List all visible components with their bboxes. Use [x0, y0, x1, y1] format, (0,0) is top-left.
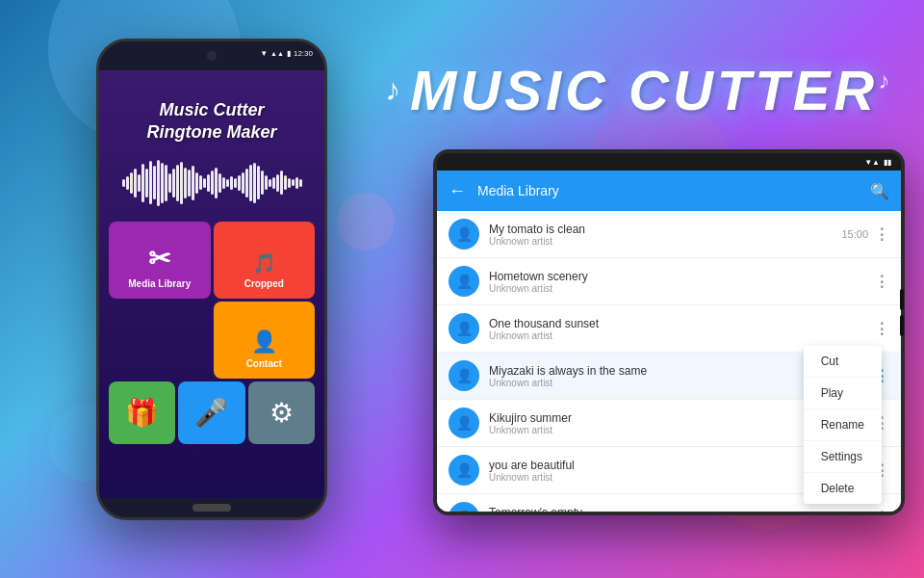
- avatar: 👤: [449, 455, 479, 486]
- music-note-left-icon: ♪: [385, 72, 400, 108]
- tablet-status-bar: ▼▲ ▮▮: [437, 153, 901, 171]
- cropped-button[interactable]: 🎵 Cropped: [214, 222, 316, 299]
- phone-buttons-grid: ✂ Media Library 🎵 Cropped 👤 Contact: [109, 222, 315, 379]
- more-options-button[interactable]: ⋮: [874, 225, 889, 244]
- tablet-mockup: ▼▲ ▮▮ ← Media Library 🔍 👤 My tomato is c…: [433, 149, 905, 515]
- mic-button[interactable]: 🎤: [178, 381, 244, 444]
- song-duration: 15:00: [841, 228, 868, 240]
- tablet-side-buttons: [900, 289, 904, 336]
- song-artist: Unknown artist: [489, 330, 868, 341]
- tablet-header: ← Media Library 🔍: [437, 171, 901, 211]
- bottom-buttons-row: 🎁 🎤 ⚙: [109, 381, 315, 444]
- song-info: One thousand sunset Unknown artist: [489, 317, 868, 341]
- song-name: One thousand sunset: [489, 317, 868, 330]
- phone-app-title: Music Cutter Ringtone Maker: [146, 99, 276, 144]
- more-options-button[interactable]: ⋮: [874, 273, 889, 291]
- avatar: 👤: [449, 313, 479, 344]
- settings-phone-button[interactable]: ⚙: [248, 381, 315, 444]
- song-name: My tomato is clean: [489, 223, 841, 236]
- song-artist: Unknown artist: [489, 472, 841, 483]
- avatar: 👤: [449, 266, 479, 297]
- phone-battery-icon: ▮: [287, 49, 291, 58]
- context-menu-delete[interactable]: Delete: [804, 473, 882, 504]
- context-menu-rename[interactable]: Rename: [804, 409, 882, 441]
- avatar: 👤: [449, 360, 479, 391]
- more-options-button[interactable]: ⋮: [874, 320, 889, 338]
- contact-button[interactable]: 👤 Contact: [214, 302, 316, 379]
- phone-camera: [207, 51, 217, 61]
- song-info: Kikujiro summer Unknown artist: [489, 411, 841, 435]
- song-info: Hometown scenery Unknown artist: [489, 270, 868, 294]
- tablet-battery-icon: ▮▮: [884, 158, 891, 167]
- phone-wifi-icon: ▲▲: [270, 50, 284, 57]
- avatar: 👤: [449, 502, 479, 512]
- tablet-screen: ← Media Library 🔍 👤 My tomato is clean U…: [437, 171, 901, 512]
- phone-screen: Music Cutter Ringtone Maker: [99, 70, 324, 498]
- phone-mockup: ▼ ▲▲ ▮ 12:30 Music Cutter Ringtone Maker: [96, 39, 327, 520]
- table-row[interactable]: 👤 Hometown scenery Unknown artist ⋮: [437, 258, 901, 305]
- media-library-title: Media Library: [477, 183, 859, 198]
- song-name: Hometown scenery: [489, 270, 868, 283]
- song-artist: Unknown artist: [489, 236, 841, 247]
- context-menu-cut[interactable]: Cut: [804, 346, 882, 378]
- music-note-right-icon: ♪: [878, 67, 889, 94]
- song-name: you are beautiful: [489, 459, 841, 472]
- context-menu: Cut Play Rename Settings Delete: [804, 346, 882, 504]
- avatar: 👤: [449, 407, 479, 438]
- back-button[interactable]: ←: [449, 181, 466, 201]
- song-artist: Unknown artist: [489, 425, 841, 435]
- song-name: Tomorrow's empty: [489, 506, 841, 512]
- title-area: ♪ MUSIC CUTTER ♪: [385, 58, 905, 122]
- song-info: My tomato is clean Unknown artist: [489, 223, 841, 247]
- gift-button[interactable]: 🎁: [109, 381, 175, 444]
- song-info: you are beautiful Unknown artist: [489, 459, 841, 483]
- song-list: 👤 My tomato is clean Unknown artist 15:0…: [437, 211, 901, 512]
- table-row[interactable]: 👤 My tomato is clean Unknown artist 15:0…: [437, 211, 901, 258]
- context-menu-play[interactable]: Play: [804, 378, 882, 409]
- phone-home-bar: [99, 498, 324, 517]
- song-artist: Unknown artist: [489, 283, 868, 294]
- song-name: Kikujiro summer: [489, 411, 841, 425]
- tablet-wifi-icon: ▼▲: [864, 158, 880, 167]
- more-options-button[interactable]: ⋮: [874, 509, 889, 512]
- search-icon[interactable]: 🔍: [870, 182, 889, 200]
- phone-time: 12:30: [294, 49, 313, 58]
- home-button[interactable]: [192, 504, 231, 512]
- waveform: [116, 159, 308, 207]
- app-title: MUSIC CUTTER: [410, 58, 878, 122]
- media-library-button[interactable]: ✂ Media Library: [109, 222, 211, 299]
- phone-signal-icon: ▼: [260, 49, 268, 58]
- song-info: Tomorrow's empty Unknown artist: [489, 506, 841, 512]
- avatar: 👤: [449, 219, 479, 250]
- context-menu-settings[interactable]: Settings: [804, 441, 882, 473]
